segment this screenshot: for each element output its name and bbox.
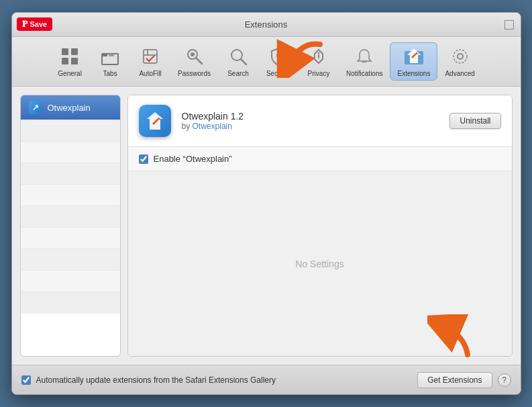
toolbar-item-tabs[interactable]: Tabs — [90, 42, 130, 81]
svg-point-26 — [454, 50, 467, 63]
passwords-label: Passwords — [178, 70, 211, 77]
toolbar-item-general[interactable]: General — [50, 42, 90, 81]
extension-author: by Otwexplain — [182, 122, 439, 131]
svg-point-20 — [318, 52, 320, 54]
title-bar: Extensions — [12, 13, 521, 37]
search-label: Search — [227, 70, 249, 77]
security-icon — [268, 46, 289, 67]
extension-name: Otwexplain 1.2 — [182, 111, 439, 122]
extensions-icon — [403, 46, 425, 67]
sidebar-item-otwexplain[interactable]: Otwexplain — [21, 95, 120, 120]
author-by-label: by — [182, 122, 191, 131]
extension-detail-panel: Otwexplain 1.2 by Otwexplain Uninstall E… — [127, 95, 513, 357]
svg-rect-5 — [71, 58, 78, 64]
sidebar-empty-6 — [21, 228, 120, 249]
content-area: Otwexplain — [12, 87, 521, 365]
svg-rect-9 — [144, 50, 157, 63]
toolbar: General Tabs AutoFill Pass — [12, 37, 521, 87]
extensions-label: Extensions — [397, 70, 430, 77]
tabs-icon — [99, 46, 121, 67]
sidebar-empty-5 — [21, 206, 120, 228]
svg-rect-2 — [62, 48, 68, 55]
sidebar-ext-icon — [29, 101, 42, 114]
svg-rect-4 — [62, 58, 68, 64]
search-icon — [227, 46, 249, 67]
sidebar-empty-4 — [21, 185, 120, 206]
security-label: Security — [266, 70, 290, 77]
general-icon — [59, 46, 81, 67]
advanced-label: Advanced — [445, 70, 474, 77]
sidebar-empty-7 — [21, 249, 120, 271]
auto-update-label: Automatically update extensions from the… — [36, 375, 413, 385]
svg-rect-7 — [102, 54, 107, 56]
toolbar-item-autofill[interactable]: AutoFill — [130, 42, 170, 81]
autofill-icon — [140, 46, 161, 67]
enable-label: Enable “Otwexplain” — [154, 154, 232, 164]
toolbar-item-security[interactable]: Security — [258, 42, 299, 81]
toolbar-item-extensions[interactable]: Extensions — [390, 42, 437, 81]
toolbar-item-privacy[interactable]: Privacy — [299, 42, 339, 81]
passwords-icon — [184, 46, 205, 67]
tabs-label: Tabs — [103, 70, 117, 77]
svg-point-14 — [191, 52, 195, 56]
autofill-label: AutoFill — [139, 70, 161, 77]
svg-rect-3 — [71, 48, 78, 55]
enable-extension-row: Enable “Otwexplain” — [128, 147, 512, 171]
enable-checkbox[interactable] — [139, 154, 148, 164]
extensions-sidebar: Otwexplain — [20, 95, 121, 357]
extension-settings-area: No Settings — [128, 171, 512, 356]
privacy-icon — [308, 46, 329, 67]
get-extensions-button[interactable]: Get Extensions — [417, 372, 492, 388]
safari-preferences-window: Extensions General Tabs — [11, 12, 521, 395]
svg-rect-8 — [109, 54, 114, 56]
sidebar-item-label: Otwexplain — [48, 103, 91, 113]
sidebar-empty-3 — [21, 163, 120, 185]
svg-point-25 — [458, 54, 463, 59]
sidebar-empty-2 — [21, 142, 120, 163]
sidebar-empty-8 — [21, 271, 120, 292]
bottom-bar: Automatically update extensions from the… — [12, 365, 521, 394]
svg-line-16 — [241, 59, 246, 64]
auto-update-checkbox[interactable] — [21, 375, 31, 385]
general-label: General — [58, 70, 82, 77]
extension-header: Otwexplain 1.2 by Otwexplain Uninstall — [128, 95, 512, 147]
toolbar-item-passwords[interactable]: Passwords — [170, 42, 218, 81]
pinterest-save-badge[interactable]: 𝐏 Save — [17, 17, 53, 31]
no-settings-text: No Settings — [295, 259, 343, 269]
pinterest-icon: 𝐏 — [22, 19, 28, 30]
svg-point-17 — [276, 54, 280, 58]
extension-large-icon — [139, 105, 171, 137]
sidebar-empty-1 — [21, 120, 120, 142]
toolbar-item-advanced[interactable]: Advanced — [437, 42, 482, 81]
notifications-icon — [354, 46, 375, 67]
toolbar-item-notifications[interactable]: Notifications — [339, 42, 390, 81]
svg-line-13 — [197, 58, 202, 64]
toolbar-item-search[interactable]: Search — [218, 42, 258, 81]
privacy-label: Privacy — [308, 70, 330, 77]
window-title: Extensions — [245, 19, 288, 30]
fullscreen-button[interactable] — [504, 20, 514, 30]
extension-title-area: Otwexplain 1.2 by Otwexplain — [182, 111, 439, 131]
notifications-label: Notifications — [346, 70, 382, 77]
sidebar-empty-9 — [21, 292, 120, 314]
uninstall-button[interactable]: Uninstall — [449, 113, 500, 129]
pinterest-save-label: Save — [30, 20, 48, 28]
help-button[interactable]: ? — [498, 373, 511, 387]
advanced-icon — [449, 46, 471, 67]
author-link[interactable]: Otwexplain — [193, 122, 232, 131]
